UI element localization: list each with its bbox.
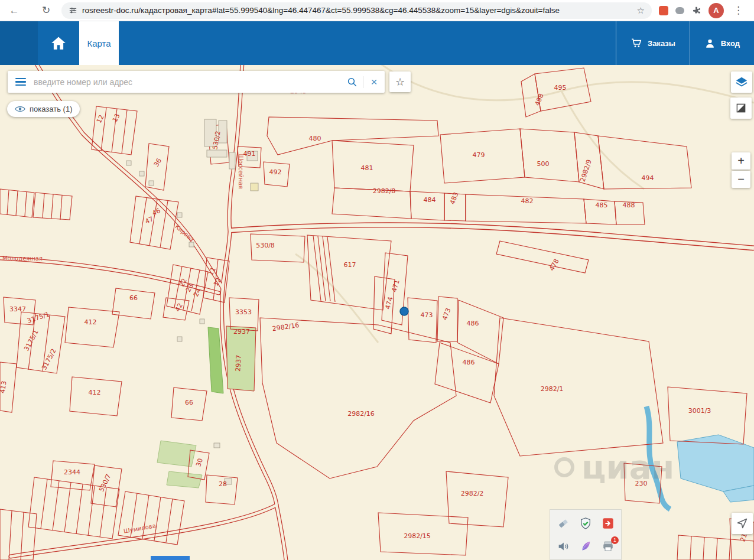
address-bar[interactable]: rosreestr-doc.ru/кадастровая_карта#lat=5… (61, 2, 652, 19)
feather-icon (579, 540, 592, 553)
url-text: rosreestr-doc.ru/кадастровая_карта#lat=5… (82, 6, 632, 15)
measure-button[interactable] (730, 97, 752, 119)
cart-icon (630, 37, 642, 49)
login-label: Вход (721, 39, 740, 48)
shield-check-button[interactable] (576, 513, 596, 533)
sound-button[interactable] (553, 536, 573, 556)
show-results-button[interactable]: показать (1) (7, 101, 80, 117)
notification-badge: 1 (611, 536, 619, 544)
print-button[interactable]: 1 (598, 536, 618, 556)
cadastral-map-canvas[interactable]: 49549829454804795002982/94944812982/8484… (0, 65, 754, 560)
layers-button[interactable] (731, 71, 752, 93)
header-left-block (0, 21, 38, 65)
tab-map[interactable]: Карта (79, 21, 119, 65)
app-header: Карта Заказы Вход (0, 21, 754, 65)
zoom-out-button[interactable]: − (732, 171, 750, 188)
hamburger-icon (15, 78, 26, 79)
reload-button[interactable]: ↻ (38, 2, 54, 19)
puzzle-extensions-icon[interactable] (691, 5, 701, 15)
home-button[interactable] (38, 21, 79, 65)
extension-icon[interactable] (659, 6, 668, 15)
favorites-button[interactable]: ☆ (389, 71, 411, 92)
selected-parcel-marker[interactable] (400, 307, 408, 315)
red-arrow-icon (602, 517, 615, 530)
eraser-button[interactable] (553, 513, 573, 533)
search-bar: × (8, 71, 385, 93)
site-settings-icon[interactable] (69, 6, 77, 15)
home-icon (50, 34, 67, 52)
map-tools-panel: 1 (550, 509, 622, 560)
browser-toolbar: ← ↻ rosreestr-doc.ru/кадастровая_карта#l… (0, 0, 754, 21)
measure-icon (735, 102, 747, 114)
orders-label: Заказы (648, 39, 675, 48)
speaker-icon (557, 540, 570, 553)
orders-button[interactable]: Заказы (616, 21, 690, 65)
extensions-area: A ⋮ (659, 3, 748, 18)
search-button[interactable] (342, 71, 363, 93)
redirect-button[interactable] (598, 513, 618, 533)
eye-icon (15, 105, 25, 113)
user-icon (704, 38, 716, 49)
search-icon (347, 77, 358, 87)
browser-menu-icon[interactable]: ⋮ (731, 4, 746, 17)
shield-check-icon (579, 517, 592, 530)
geolocate-button[interactable] (732, 513, 753, 534)
location-arrow-icon (736, 517, 748, 529)
loading-indicator (151, 556, 190, 560)
clear-search-button[interactable]: × (363, 71, 385, 93)
zoom-in-button[interactable]: + (732, 152, 750, 170)
login-button[interactable]: Вход (690, 21, 754, 65)
bookmark-star-icon[interactable]: ☆ (637, 5, 645, 16)
search-input[interactable] (34, 71, 342, 93)
map-viewport: 49549829454804795002982/94944812982/8484… (0, 65, 754, 560)
extension-icon[interactable] (675, 7, 684, 14)
star-icon: ☆ (395, 76, 405, 89)
show-results-label: показать (1) (30, 105, 72, 113)
layers-icon (735, 76, 748, 89)
eraser-icon (557, 517, 570, 530)
close-icon: × (370, 76, 377, 87)
draw-button[interactable] (576, 536, 596, 556)
back-button[interactable]: ← (6, 2, 22, 19)
profile-avatar[interactable]: A (708, 3, 724, 18)
menu-button[interactable] (8, 71, 34, 93)
